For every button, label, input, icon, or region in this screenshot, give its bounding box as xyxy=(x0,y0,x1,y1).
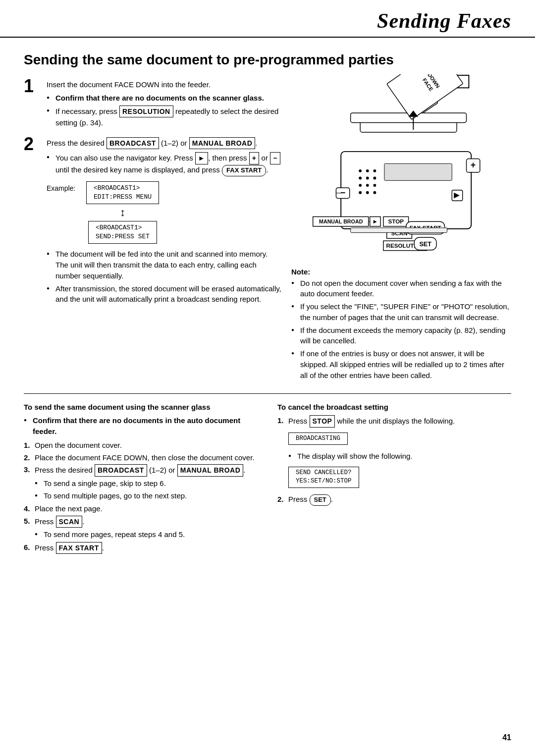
step-1-bullet-2: If necessary, press RESOLUTION repeatedl… xyxy=(47,106,281,128)
svg-point-15 xyxy=(359,176,362,179)
bottom-right-section: To cancel the broadcast setting 1. Press… xyxy=(277,403,511,555)
stop-key-br: STOP xyxy=(310,415,335,427)
bottom-left-steps: 1. Open the document cover. 2. Place the… xyxy=(24,440,258,477)
bl-step-6: 6. Press FAX START. xyxy=(24,542,258,554)
confirm-bullet: Confirm that there are no documents in t… xyxy=(24,415,258,437)
bl-sub-1: To send a single page, skip to step 6. xyxy=(35,478,258,489)
nav-right-key: ► xyxy=(195,152,208,164)
note-bullet-2: If you select the "FINE", "SUPER FINE" o… xyxy=(291,301,511,323)
resolution-key-1: RESOLUTION xyxy=(119,106,173,117)
fax-start-key-bl: FAX START xyxy=(56,542,102,554)
svg-text:+: + xyxy=(471,160,476,170)
page-title: Sending Faxes xyxy=(377,9,511,32)
manual-broad-key-bl: MANUAL BROAD xyxy=(177,464,244,476)
bottom-right-steps-2: 2. Press SET. xyxy=(277,494,511,506)
svg-text:►: ► xyxy=(373,218,378,224)
step-2-content: Press the desired BROADCAST (1–2) or MAN… xyxy=(47,137,281,307)
step-1-number: 1 xyxy=(24,77,47,95)
step-1-bullet-1: Confirm that there are no documents on t… xyxy=(47,93,281,104)
step-1-bullets: Confirm that there are no documents on t… xyxy=(47,93,281,128)
right-column: BROADCAST FACE DOWN xyxy=(281,79,511,383)
lcd-send-cancelled: SEND CANCELLED? YES:SET/NO:STOP xyxy=(288,467,359,488)
bl-step-2: 2. Place the document FACE DOWN, then cl… xyxy=(24,452,258,463)
svg-point-14 xyxy=(373,169,376,172)
svg-rect-24 xyxy=(384,163,452,180)
step-1-content: Insert the document FACE DOWN into the f… xyxy=(47,79,281,131)
bl-sub-2: To send multiple pages, go to the next s… xyxy=(35,490,258,501)
section-heading: Sending the same document to pre-program… xyxy=(24,52,511,68)
page-header: Sending Faxes xyxy=(0,0,535,38)
fax-start-key-inline: FAX START xyxy=(222,165,266,176)
bl-sub-bullets: To send a single page, skip to step 6. T… xyxy=(35,478,258,502)
bl-sub-bullet-2: To send more pages, repeat steps 4 and 5… xyxy=(35,529,258,540)
svg-rect-47 xyxy=(351,227,447,232)
bottom-left-steps-2: 4. Place the next page. 5. Press SCAN. xyxy=(24,503,258,528)
bl-step-3: 3. Press the desired BROADCAST (1–2) or … xyxy=(24,464,258,476)
example-screens: <BROADCAST1> EDIT:PRESS MENU ↕ <BROADCAS… xyxy=(86,181,159,244)
svg-point-21 xyxy=(359,191,362,194)
svg-point-19 xyxy=(366,184,369,187)
note-section: Note: Do not open the document cover whe… xyxy=(291,268,511,383)
scan-key-bl: SCAN xyxy=(56,516,83,528)
bottom-columns: To send the same document using the scan… xyxy=(24,403,511,555)
bottom-left-section: To send the same document using the scan… xyxy=(24,403,258,555)
page-number: 41 xyxy=(502,733,511,742)
plus-key: + xyxy=(249,152,260,164)
lcd-screen-2: <BROADCAST1> SEND:PRESS SET xyxy=(88,221,157,244)
bl-step-1: 1. Open the document cover. xyxy=(24,440,258,451)
note-bullet-3: If the document exceeds the memory capac… xyxy=(291,325,511,347)
br-step-1: 1. Press STOP while the unit displays th… xyxy=(277,415,511,427)
step-2-more-bullets: The document will be fed into the unit a… xyxy=(47,249,281,305)
set-key-br: SET xyxy=(310,494,331,506)
bl-step-4: 4. Place the next page. xyxy=(24,503,258,514)
step-2-bullets: You can also use the navigator key. Pres… xyxy=(47,152,281,176)
step-2-bullet-1: You can also use the navigator key. Pres… xyxy=(47,152,281,176)
note-bullet-4: If one of the entries is busy or does no… xyxy=(291,348,511,380)
step-2-bullet-2: The document will be fed into the unit a… xyxy=(47,249,281,281)
svg-text:MANUAL BROAD: MANUAL BROAD xyxy=(319,218,363,224)
left-column: 1 Insert the document FACE DOWN into the… xyxy=(24,79,281,383)
arrow-down-icon: ↕ xyxy=(120,207,125,218)
svg-point-16 xyxy=(366,176,369,179)
note-bullet-1: Do not open the document cover when send… xyxy=(291,278,511,300)
br-step-2: 2. Press SET. xyxy=(277,494,511,506)
broadcast-key-bl: BROADCAST xyxy=(95,464,147,476)
bottom-right-heading: To cancel the broadcast setting xyxy=(277,403,511,411)
bl-step-5: 5. Press SCAN. xyxy=(24,516,258,528)
svg-text:SET: SET xyxy=(419,240,431,247)
fax-machine-svg: BROADCAST FACE DOWN xyxy=(307,74,495,263)
lcd-screen-1: <BROADCAST1> EDIT:PRESS MENU xyxy=(86,181,159,204)
step-2-block: 2 Press the desired BROADCAST (1–2) or M… xyxy=(24,137,281,307)
svg-point-18 xyxy=(359,184,362,187)
br-bullet-1: The display will show the following. xyxy=(288,451,511,462)
bottom-left-heading: To send the same document using the scan… xyxy=(24,403,258,411)
bottom-left-confirm: Confirm that there are no documents in t… xyxy=(24,415,258,437)
page-content: Sending the same document to pre-program… xyxy=(0,38,535,569)
svg-point-23 xyxy=(373,191,376,194)
note-bullets: Do not open the document cover when send… xyxy=(291,278,511,381)
example-label: Example: xyxy=(47,181,81,192)
bottom-left-steps-3: 6. Press FAX START. xyxy=(24,542,258,554)
note-label: Note: xyxy=(291,268,511,276)
section-divider xyxy=(24,393,511,394)
svg-text:−: − xyxy=(340,187,345,197)
svg-point-22 xyxy=(366,191,369,194)
svg-text:STOP: STOP xyxy=(388,218,404,224)
svg-point-12 xyxy=(359,169,362,172)
broadcast-key-label: BROADCAST xyxy=(107,137,159,149)
bottom-right-steps: 1. Press STOP while the unit displays th… xyxy=(277,415,511,427)
br-bullets: The display will show the following. xyxy=(288,451,511,462)
main-columns: 1 Insert the document FACE DOWN into the… xyxy=(24,79,511,383)
lcd-broadcasting: BROADCASTING xyxy=(288,432,348,445)
svg-point-20 xyxy=(373,184,376,187)
step-1-text: Insert the document FACE DOWN into the f… xyxy=(47,79,281,90)
example-area: Example: <BROADCAST1> EDIT:PRESS MENU ↕ … xyxy=(47,181,281,244)
svg-point-17 xyxy=(373,176,376,179)
svg-point-13 xyxy=(366,169,369,172)
manual-broad-key-label: MANUAL BROAD xyxy=(189,137,256,149)
minus-key: − xyxy=(270,152,280,164)
bl-sub-3: To send more pages, repeat steps 4 and 5… xyxy=(35,529,258,540)
step-2-text: Press the desired BROADCAST (1–2) or MAN… xyxy=(47,137,281,149)
step-2-bullet-3: After transmission, the stored document … xyxy=(47,283,281,305)
step-2-number: 2 xyxy=(24,135,47,153)
